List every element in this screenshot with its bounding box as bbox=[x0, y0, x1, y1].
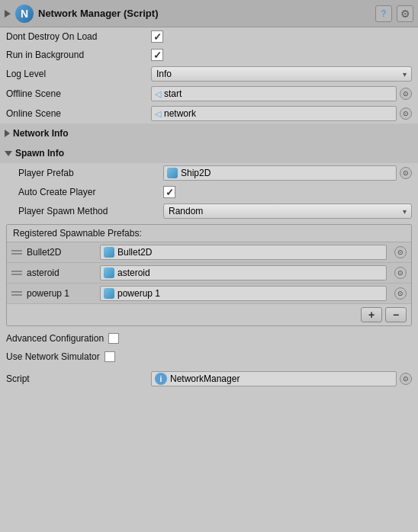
offline-scene-label: Offline Scene bbox=[6, 88, 151, 99]
drag-line bbox=[11, 294, 22, 296]
scene-icon: ◁ bbox=[155, 89, 161, 99]
online-scene-picker-button[interactable]: ⊙ bbox=[400, 107, 412, 120]
player-spawn-method-value: Random ▾ bbox=[163, 204, 412, 219]
scene-icon-2: ◁ bbox=[155, 109, 161, 119]
drag-line bbox=[11, 250, 22, 252]
spawnable-row-0: Bullet2D Bullet2D ⊙ bbox=[7, 242, 411, 263]
spawnable-row-1: asteroid asteroid ⊙ bbox=[7, 263, 411, 284]
spawnable-buttons: + − bbox=[7, 304, 411, 325]
run-in-background-row: Run in Background bbox=[0, 46, 418, 64]
player-spawn-method-dropdown[interactable]: Random ▾ bbox=[163, 204, 412, 219]
gear-icon: ⚙ bbox=[400, 8, 410, 20]
advanced-config-checkbox[interactable] bbox=[108, 333, 119, 344]
online-scene-text: network bbox=[164, 108, 196, 119]
script-picker-button[interactable]: ⊙ bbox=[400, 373, 412, 385]
player-prefab-value: Ship2D ⊙ bbox=[163, 165, 412, 181]
auto-create-player-row: Auto Create Player bbox=[0, 183, 418, 201]
auto-create-player-checkbox[interactable] bbox=[163, 186, 175, 198]
script-value: i NetworkManager ⊙ bbox=[151, 371, 412, 386]
advanced-config-row: Advanced Configuration bbox=[0, 329, 418, 348]
spawnable-prefab-icon-2 bbox=[104, 288, 114, 299]
player-spawn-method-row: Player Spawn Method Random ▾ bbox=[0, 201, 418, 221]
dont-destroy-checkbox[interactable] bbox=[151, 30, 163, 43]
offline-scene-picker-button[interactable]: ⊙ bbox=[400, 88, 412, 100]
spawnable-picker-2[interactable]: ⊙ bbox=[394, 287, 407, 300]
spawnable-prefab-field-0[interactable]: Bullet2D bbox=[100, 245, 387, 260]
spawn-info-section[interactable]: Spawn Info bbox=[0, 143, 418, 163]
spawnable-prefab-text-1: asteroid bbox=[117, 268, 150, 278]
spawnable-prefabs-header: Registered Spawnable Prefabs: bbox=[7, 225, 411, 242]
log-level-text: Info bbox=[156, 69, 172, 79]
add-spawnable-button[interactable]: + bbox=[361, 307, 382, 322]
player-prefab-picker-button[interactable]: ⊙ bbox=[400, 167, 412, 179]
drag-line bbox=[11, 274, 22, 275]
advanced-config-label: Advanced Configuration bbox=[6, 333, 104, 344]
drag-line bbox=[11, 253, 22, 255]
dropdown-arrow-icon: ▾ bbox=[403, 70, 407, 79]
player-prefab-field[interactable]: Ship2D bbox=[163, 165, 397, 181]
run-in-background-label: Run in Background bbox=[6, 50, 151, 60]
online-scene-value: ◁ network ⊙ bbox=[151, 106, 412, 121]
log-level-row: Log Level Info ▾ bbox=[0, 64, 418, 84]
prefab-icon bbox=[167, 168, 178, 178]
offline-scene-row: Offline Scene ◁ start ⊙ bbox=[0, 84, 418, 104]
script-label: Script bbox=[6, 373, 151, 384]
auto-create-player-value bbox=[163, 186, 412, 198]
offline-scene-value: ◁ start ⊙ bbox=[151, 86, 412, 101]
help-button[interactable]: ? bbox=[375, 5, 392, 22]
network-manager-icon: N bbox=[15, 5, 34, 23]
online-scene-row: Online Scene ◁ network ⊙ bbox=[0, 104, 418, 123]
script-text: NetworkManager bbox=[170, 373, 240, 384]
spawnable-name-0: Bullet2D bbox=[27, 247, 95, 258]
auto-create-player-label: Auto Create Player bbox=[18, 187, 163, 197]
spawnable-prefab-field-1[interactable]: asteroid bbox=[100, 265, 387, 280]
dropdown-arrow-icon-2: ▾ bbox=[403, 207, 407, 216]
player-prefab-text: Ship2D bbox=[181, 168, 211, 178]
player-prefab-label: Player Prefab bbox=[18, 168, 163, 178]
component-title: Network Manager (Script) bbox=[38, 8, 371, 19]
drag-line bbox=[11, 291, 22, 293]
drag-handle-0[interactable] bbox=[11, 250, 22, 255]
drag-line bbox=[11, 271, 22, 272]
network-info-label: Network Info bbox=[13, 128, 69, 139]
use-network-sim-label: Use Network Simulator bbox=[6, 351, 100, 362]
log-level-value: Info ▾ bbox=[151, 66, 412, 82]
dont-destroy-value bbox=[151, 30, 412, 43]
log-level-dropdown[interactable]: Info ▾ bbox=[151, 66, 412, 82]
script-field[interactable]: i NetworkManager bbox=[151, 371, 397, 386]
spawnable-prefab-icon-0 bbox=[104, 247, 114, 258]
online-scene-label: Online Scene bbox=[6, 108, 151, 119]
online-scene-field[interactable]: ◁ network bbox=[151, 106, 397, 121]
help-icon: ? bbox=[381, 8, 386, 19]
offline-scene-field[interactable]: ◁ start bbox=[151, 86, 397, 101]
player-spawn-method-text: Random bbox=[169, 206, 203, 216]
spawnable-prefab-icon-1 bbox=[104, 268, 114, 278]
network-info-arrow bbox=[5, 130, 10, 137]
dont-destroy-row: Dont Destroy On Load bbox=[0, 27, 418, 46]
player-spawn-method-label: Player Spawn Method bbox=[18, 206, 163, 216]
settings-button[interactable]: ⚙ bbox=[397, 5, 413, 22]
spawnable-prefab-text-2: powerup 1 bbox=[117, 288, 160, 299]
network-info-section[interactable]: Network Info bbox=[0, 123, 418, 143]
inspector-panel: N Network Manager (Script) ? ⚙ Dont Dest… bbox=[0, 0, 418, 389]
script-row: Script i NetworkManager ⊙ bbox=[0, 369, 418, 389]
spawnable-name-2: powerup 1 bbox=[27, 288, 95, 299]
collapse-arrow[interactable] bbox=[5, 10, 11, 18]
spawnable-name-1: asteroid bbox=[27, 268, 95, 278]
spawnable-prefab-field-2[interactable]: powerup 1 bbox=[100, 286, 387, 301]
script-info-icon: i bbox=[155, 373, 167, 385]
remove-spawnable-button[interactable]: − bbox=[385, 307, 407, 322]
spawn-info-arrow bbox=[5, 151, 12, 156]
run-in-background-value bbox=[151, 49, 412, 61]
drag-handle-2[interactable] bbox=[11, 291, 22, 296]
spawnable-picker-1[interactable]: ⊙ bbox=[394, 267, 407, 279]
spawn-info-label: Spawn Info bbox=[15, 148, 64, 159]
spawnable-row-2: powerup 1 powerup 1 ⊙ bbox=[7, 284, 411, 304]
log-level-label: Log Level bbox=[6, 69, 151, 79]
drag-handle-1[interactable] bbox=[11, 271, 22, 275]
spawnable-prefabs-container: Registered Spawnable Prefabs: Bullet2D B… bbox=[6, 224, 412, 326]
run-in-background-checkbox[interactable] bbox=[151, 49, 163, 61]
use-network-sim-checkbox[interactable] bbox=[104, 351, 115, 362]
use-network-sim-row: Use Network Simulator bbox=[0, 348, 418, 366]
spawnable-picker-0[interactable]: ⊙ bbox=[394, 246, 407, 258]
